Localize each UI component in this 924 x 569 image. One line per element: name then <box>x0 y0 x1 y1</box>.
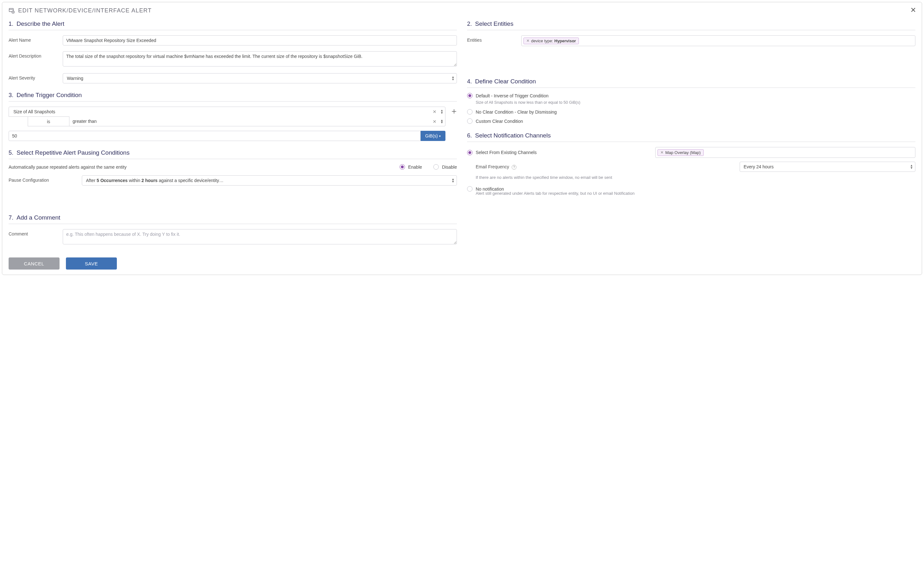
close-icon[interactable]: ✕ <box>910 7 916 14</box>
clear-icon[interactable]: ✕ <box>433 109 436 114</box>
pause-config-label: Pause Configuration <box>9 175 82 183</box>
alert-description-input[interactable]: The total size of the snapshot repositor… <box>63 51 457 67</box>
section-title: Select Entities <box>475 20 513 27</box>
alert-severity-select[interactable]: Warning ▴▾ <box>63 73 457 84</box>
enable-label: Enable <box>408 164 422 170</box>
section-describe-alert: 1. Describe the Alert Alert Name Alert D… <box>9 20 457 84</box>
clear-custom-radio[interactable] <box>467 119 473 124</box>
notif-existing-label: Select From Existing Channels <box>476 150 537 155</box>
clear-noclear-radio[interactable] <box>467 109 473 114</box>
comment-input[interactable] <box>63 229 457 244</box>
section-num: 7. <box>9 215 14 221</box>
edit-alert-dialog: EDIT NETWORK/DEVICE/INTERFACE ALERT ✕ 1.… <box>2 2 922 275</box>
alert-name-input[interactable] <box>63 35 457 46</box>
clear-default-note: Size of All Snapshots is now less than o… <box>476 100 915 105</box>
chip-text: device type: Hypervisor <box>531 38 576 43</box>
section-num: 2. <box>467 21 472 27</box>
section-title: Define Clear Condition <box>475 78 536 85</box>
remove-chip-icon[interactable]: ✕ <box>660 150 663 155</box>
channel-chip[interactable]: ✕ Map Overlay (Map) <box>657 149 703 156</box>
section-num: 3. <box>9 92 14 99</box>
is-label: is <box>28 117 69 126</box>
left-column: 1. Describe the Alert Alert Name Alert D… <box>9 18 457 251</box>
stepper-icon: ▴▾ <box>910 164 913 169</box>
section-select-entities: 2. Select Entities Entities ✕ device typ… <box>467 20 915 46</box>
clear-noclear-label: No Clear Condition - Clear by Dismissing <box>476 110 557 114</box>
section-num: 5. <box>9 149 14 156</box>
clear-default-radio[interactable] <box>467 93 473 98</box>
section-title: Select Repetitive Alert Pausing Conditio… <box>17 149 130 156</box>
operator-select[interactable] <box>69 117 445 126</box>
add-condition-button[interactable] <box>451 108 457 116</box>
entities-chip-input[interactable]: ✕ device type: Hypervisor <box>521 35 915 46</box>
alert-name-label: Alert Name <box>9 35 63 43</box>
clear-default-label: Default - Inverse of Trigger Condition <box>476 93 549 98</box>
cancel-button[interactable]: CANCEL <box>9 257 59 269</box>
comment-label: Comment <box>9 229 63 236</box>
section-notification-channels: 6. Select Notification Channels Select F… <box>467 132 915 196</box>
section-clear-condition: 4. Define Clear Condition Default - Inve… <box>467 78 915 124</box>
enable-radio[interactable] <box>399 164 405 170</box>
auto-pause-label: Automatically pause repeated alerts agai… <box>9 164 127 170</box>
section-num: 6. <box>467 132 472 139</box>
section-title: Select Notification Channels <box>475 132 551 139</box>
entity-chip[interactable]: ✕ device type: Hypervisor <box>523 38 579 44</box>
section-num: 4. <box>467 78 472 85</box>
stepper-icon: ▴▾ <box>452 178 454 183</box>
section-title: Define Trigger Condition <box>17 92 82 99</box>
pause-config-select[interactable]: After 5 Occurrences within 2 hours again… <box>82 175 457 186</box>
unit-label: GiB(s) <box>425 133 438 138</box>
entities-label: Entities <box>467 35 521 43</box>
clear-icon[interactable]: ✕ <box>433 119 436 124</box>
section-title: Describe the Alert <box>17 20 64 27</box>
channels-chip-input[interactable]: ✕ Map Overlay (Map) <box>655 147 915 158</box>
email-frequency-select[interactable]: Every 24 hours ▴▾ <box>740 162 915 172</box>
dialog-titlebar: EDIT NETWORK/DEVICE/INTERFACE ALERT ✕ <box>2 2 922 18</box>
unit-dropdown[interactable]: GiB(s) <box>421 131 445 141</box>
section-trigger-condition: 3. Define Trigger Condition ✕ ▴▾ is <box>9 92 457 141</box>
threshold-value-input[interactable] <box>9 131 421 141</box>
right-column: 2. Select Entities Entities ✕ device typ… <box>467 18 915 251</box>
clear-custom-label: Custom Clear Condition <box>476 119 523 124</box>
alert-config-icon <box>9 8 15 14</box>
stepper-icon: ▴▾ <box>452 76 454 81</box>
section-title: Add a Comment <box>17 214 60 221</box>
notif-none-radio[interactable] <box>467 186 473 192</box>
section-add-comment: 7. Add a Comment Comment <box>9 214 457 245</box>
alert-severity-label: Alert Severity <box>9 73 63 81</box>
email-frequency-label: Email Frequency ? <box>476 164 517 170</box>
section-num: 1. <box>9 21 14 27</box>
email-note: If there are no alerts within the specif… <box>476 175 915 180</box>
notif-existing-radio[interactable] <box>467 150 473 155</box>
disable-label: Disable <box>442 164 457 170</box>
notif-none-note: Alert still generated under Alerts tab f… <box>476 191 915 196</box>
pause-config-value: After 5 Occurrences within 2 hours again… <box>86 178 224 183</box>
chip-text: Map Overlay (Map) <box>665 150 700 155</box>
alert-severity-value: Warning <box>67 76 84 81</box>
alert-description-label: Alert Description <box>9 51 63 59</box>
disable-radio[interactable] <box>433 164 439 170</box>
section-pause-conditions: 5. Select Repetitive Alert Pausing Condi… <box>9 149 457 186</box>
metric-select[interactable] <box>9 106 445 117</box>
email-frequency-value: Every 24 hours <box>744 164 774 169</box>
remove-chip-icon[interactable]: ✕ <box>526 38 529 43</box>
save-button[interactable]: SAVE <box>66 257 117 269</box>
help-icon[interactable]: ? <box>512 165 517 170</box>
dialog-title: EDIT NETWORK/DEVICE/INTERFACE ALERT <box>18 7 152 14</box>
